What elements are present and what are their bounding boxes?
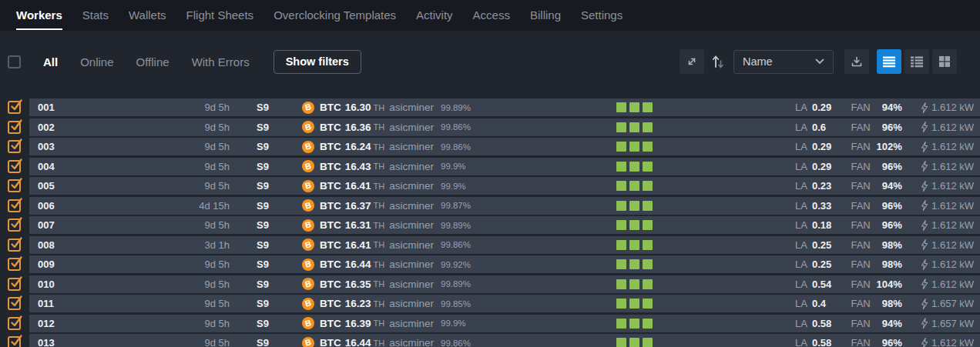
nav-item-flight-sheets[interactable]: Flight Sheets bbox=[176, 0, 264, 31]
worker-row-panel[interactable]: 013 9d 5h S9 B BTC 16.44 TH asicminer 99… bbox=[29, 334, 980, 347]
worker-model: S9 bbox=[236, 239, 290, 251]
worker-row-panel[interactable]: 002 9d 5h S9 B BTC 16.36 TH asicminer 99… bbox=[29, 118, 980, 136]
status-filter-with-errors[interactable]: With Errors bbox=[192, 55, 250, 68]
worker-coin: BTC bbox=[320, 337, 341, 347]
fan-label: FAN bbox=[851, 219, 870, 231]
select-all-checkbox[interactable] bbox=[8, 55, 21, 68]
checkmark-icon bbox=[9, 98, 22, 112]
status-filter-offline[interactable]: Offline bbox=[136, 55, 169, 68]
la-label: LA bbox=[795, 219, 807, 231]
show-filters-button[interactable]: Show filters bbox=[274, 50, 361, 74]
nav-item-wallets[interactable]: Wallets bbox=[119, 0, 176, 31]
sort-by-select[interactable]: Name bbox=[733, 50, 834, 74]
nav-item-activity[interactable]: Activity bbox=[406, 0, 463, 31]
power-consumption: 1.612 kW bbox=[902, 161, 974, 172]
status-square-green bbox=[629, 181, 639, 191]
nav-item-workers[interactable]: Workers bbox=[6, 0, 72, 31]
chevron-down-icon bbox=[815, 58, 824, 65]
worker-checkbox-checked[interactable] bbox=[8, 239, 21, 252]
status-squares bbox=[616, 181, 652, 191]
worker-checkbox-checked[interactable] bbox=[8, 278, 21, 291]
worker-checkbox-checked[interactable] bbox=[8, 121, 21, 134]
worker-row-panel[interactable]: 006 4d 15h S9 B BTC 16.37 TH asicminer 9… bbox=[29, 197, 980, 215]
worker-row-panel[interactable]: 008 3d 1h S9 B BTC 16.41 TH asicminer 99… bbox=[29, 236, 980, 254]
worker-checkbox-checked[interactable] bbox=[8, 258, 21, 271]
worker-row-panel[interactable]: 001 9d 5h S9 B BTC 16.30 TH asicminer 99… bbox=[29, 98, 980, 116]
lightning-bolt-icon bbox=[921, 161, 928, 172]
worker-checkbox-checked[interactable] bbox=[8, 317, 21, 330]
export-download-button[interactable] bbox=[844, 49, 869, 74]
sort-direction-button[interactable] bbox=[709, 49, 727, 74]
worker-accept-rate: 99.85% bbox=[441, 299, 471, 309]
worker-row-panel[interactable]: 011 9d 5h S9 B BTC 16.23 TH asicminer 99… bbox=[29, 295, 980, 312]
worker-row-panel[interactable]: 003 9d 5h S9 B BTC 16.24 TH asicminer 99… bbox=[29, 138, 980, 155]
worker-stats: LA 0.29 FAN 96% 1.612 kW bbox=[795, 161, 980, 172]
status-square-green bbox=[643, 299, 653, 309]
nav-item-billing[interactable]: Billing bbox=[520, 0, 571, 31]
checkmark-icon bbox=[9, 334, 22, 347]
lightning-bolt-icon bbox=[921, 279, 928, 289]
status-filter-online[interactable]: Online bbox=[80, 55, 113, 68]
status-square-green bbox=[643, 338, 653, 347]
status-square-green bbox=[616, 181, 626, 191]
nav-item-stats[interactable]: Stats bbox=[72, 0, 119, 31]
worker-row-panel[interactable]: 012 9d 5h S9 B BTC 16.39 TH asicminer 99… bbox=[29, 315, 980, 332]
worker-row: 003 9d 5h S9 B BTC 16.24 TH asicminer 99… bbox=[0, 138, 980, 155]
worker-uptime: 4d 15h bbox=[160, 200, 230, 212]
status-square-green bbox=[616, 338, 626, 347]
status-square-green bbox=[616, 201, 626, 211]
worker-mining-info: B BTC 16.30 TH asicminer 99.89% bbox=[290, 102, 616, 114]
fan-value: 98% bbox=[871, 298, 902, 309]
nav-item-access[interactable]: Access bbox=[463, 0, 520, 31]
power-consumption: 1.612 kW bbox=[902, 122, 974, 133]
worker-checkbox-checked[interactable] bbox=[8, 199, 21, 212]
worker-row-panel[interactable]: 010 9d 5h S9 B BTC 16.35 TH asicminer 99… bbox=[29, 275, 980, 293]
view-list-button[interactable] bbox=[877, 49, 901, 74]
worker-checkbox-checked[interactable] bbox=[8, 140, 21, 153]
worker-row: 013 9d 5h S9 B BTC 16.44 TH asicminer 99… bbox=[0, 334, 980, 347]
worker-row-panel[interactable]: 009 9d 5h S9 B BTC 16.44 TH asicminer 99… bbox=[29, 255, 980, 273]
la-label: LA bbox=[795, 141, 807, 152]
view-grid-button[interactable] bbox=[932, 49, 957, 74]
sort-arrows-icon bbox=[711, 54, 725, 69]
worker-checkbox-checked[interactable] bbox=[8, 179, 21, 192]
fan-label: FAN bbox=[851, 239, 870, 251]
hashrate-unit: TH bbox=[374, 201, 385, 210]
power-consumption: 1.612 kW bbox=[902, 239, 974, 251]
lightning-bolt-icon bbox=[921, 220, 928, 231]
worker-checkbox-checked[interactable] bbox=[8, 219, 21, 232]
hashrate-unit: TH bbox=[374, 182, 385, 191]
worker-checkbox-checked[interactable] bbox=[8, 297, 21, 310]
worker-checkbox-checked[interactable] bbox=[8, 336, 21, 347]
status-square-green bbox=[616, 319, 626, 329]
bitcoin-icon: B bbox=[302, 160, 314, 172]
worker-row-panel[interactable]: 004 9d 5h S9 B BTC 16.43 TH asicminer 99… bbox=[29, 158, 980, 175]
bitcoin-icon: B bbox=[302, 278, 314, 290]
worker-row-panel[interactable]: 005 9d 5h S9 B BTC 16.41 TH asicminer 99… bbox=[29, 177, 980, 195]
view-table-button[interactable] bbox=[904, 49, 929, 74]
status-filter-all[interactable]: All bbox=[43, 55, 58, 68]
worker-checkbox-checked[interactable] bbox=[8, 101, 21, 114]
worker-model: S9 bbox=[236, 318, 290, 329]
lightning-bolt-icon bbox=[921, 122, 928, 132]
worker-uptime: 3d 1h bbox=[160, 239, 230, 251]
status-square-green bbox=[629, 162, 639, 172]
power-value: 1.612 kW bbox=[931, 141, 974, 152]
worker-uptime: 9d 5h bbox=[160, 141, 230, 152]
worker-hashrate: 16.36 bbox=[345, 122, 371, 133]
worker-stats: LA 0.6 FAN 96% 1.612 kW bbox=[795, 122, 980, 133]
nav-item-overclocking-templates[interactable]: Overclocking Templates bbox=[263, 0, 406, 31]
worker-model: S9 bbox=[236, 122, 290, 133]
row-checkbox-cell bbox=[0, 118, 29, 136]
worker-checkbox-checked[interactable] bbox=[8, 160, 21, 173]
la-label: LA bbox=[795, 200, 807, 212]
worker-name: 003 bbox=[29, 141, 160, 152]
power-value: 1.612 kW bbox=[931, 279, 974, 290]
nav-item-settings[interactable]: Settings bbox=[571, 0, 633, 31]
expand-button[interactable] bbox=[680, 49, 704, 74]
row-checkbox-cell bbox=[0, 315, 29, 332]
status-square-green bbox=[629, 299, 639, 309]
worker-row-panel[interactable]: 007 9d 5h S9 B BTC 16.31 TH asicminer 99… bbox=[29, 216, 980, 234]
hashrate-unit: TH bbox=[374, 240, 385, 249]
bitcoin-icon: B bbox=[302, 102, 314, 114]
